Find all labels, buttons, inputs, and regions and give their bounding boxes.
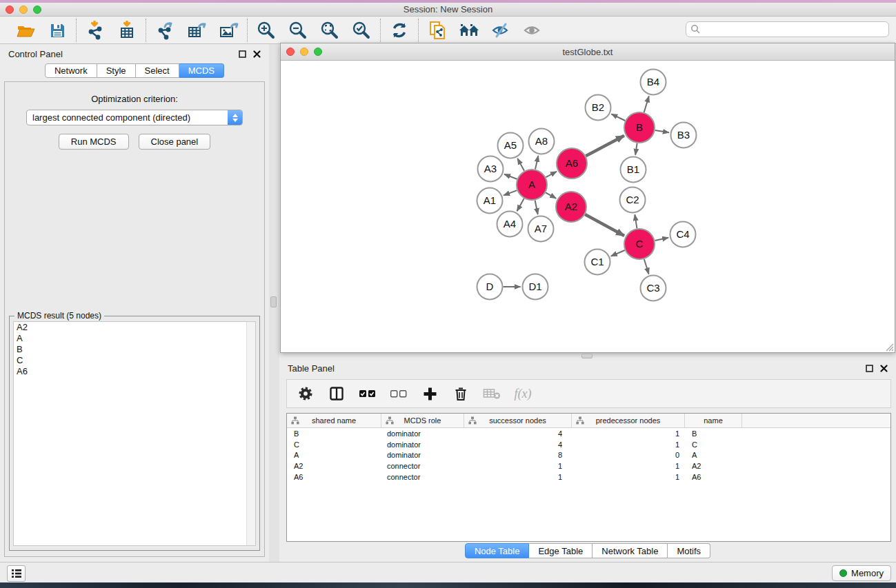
zoom-fit-button[interactable]	[319, 20, 340, 41]
cell-predecessor-nodes[interactable]: 1	[572, 473, 685, 481]
edge-B-B3[interactable]	[655, 130, 669, 132]
node-D[interactable]: D	[477, 274, 503, 300]
edge-B-B2[interactable]	[611, 114, 625, 121]
edge-A-A1[interactable]	[504, 190, 517, 195]
cell-name[interactable]: A	[685, 451, 742, 459]
task-history-button[interactable]	[7, 565, 26, 582]
home-button[interactable]	[459, 20, 479, 41]
node-A2[interactable]: A2	[556, 192, 586, 222]
result-item-a[interactable]: A	[14, 333, 255, 344]
zoom-in-button[interactable]	[256, 20, 277, 41]
edge-C-C1[interactable]	[611, 250, 625, 256]
node-A8[interactable]: A8	[529, 129, 555, 154]
cell-predecessor-nodes[interactable]: 1	[572, 462, 685, 470]
result-scrollbar[interactable]	[246, 322, 255, 545]
result-item-c[interactable]: C	[14, 355, 255, 366]
cell-successor-nodes[interactable]: 8	[464, 451, 572, 459]
export-image-button[interactable]	[218, 20, 239, 41]
cell-name[interactable]: A6	[685, 473, 742, 481]
edge-A-A3[interactable]	[504, 174, 517, 179]
node-D1[interactable]: D1	[523, 274, 548, 300]
import-table-button[interactable]	[117, 20, 137, 41]
cell-shared-name[interactable]: A6	[287, 473, 381, 481]
zoom-out-button[interactable]	[288, 20, 308, 41]
deselect-all-columns-button[interactable]	[390, 385, 408, 403]
cell-mcds-role[interactable]: dominator	[381, 429, 464, 438]
tab-style[interactable]: Style	[97, 63, 136, 78]
delete-table-button[interactable]	[483, 385, 501, 403]
float-panel-icon[interactable]	[866, 365, 873, 372]
tab-network-table[interactable]: Network Table	[593, 543, 668, 558]
node-A1[interactable]: A1	[477, 188, 503, 214]
cell-predecessor-nodes[interactable]: 1	[572, 440, 685, 449]
save-session-button[interactable]	[47, 20, 68, 41]
tab-select[interactable]: Select	[136, 63, 179, 78]
edge-B-B1[interactable]	[635, 143, 637, 155]
edge-A-A5[interactable]	[517, 159, 524, 171]
tab-edge-table[interactable]: Edge Table	[529, 543, 593, 558]
tab-motifs[interactable]: Motifs	[668, 543, 710, 558]
node-A5[interactable]: A5	[498, 133, 524, 159]
node-C1[interactable]: C1	[585, 250, 610, 275]
horizontal-split-handle[interactable]	[581, 354, 593, 358]
node-A4[interactable]: A4	[497, 212, 523, 237]
cell-mcds-role[interactable]: dominator	[381, 451, 464, 459]
node-C2[interactable]: C2	[620, 187, 646, 213]
table-row[interactable]: A6connector11A6	[287, 472, 890, 483]
node-C[interactable]: C	[624, 229, 655, 259]
edge-C-C2[interactable]	[635, 214, 637, 228]
cell-mcds-role[interactable]: connector	[381, 473, 464, 481]
select-all-columns-button[interactable]	[359, 385, 377, 403]
memory-button[interactable]: Memory	[832, 565, 891, 581]
resize-grip-icon[interactable]	[885, 343, 894, 352]
cell-successor-nodes[interactable]: 4	[464, 429, 572, 438]
close-panel-button[interactable]: Close panel	[139, 134, 211, 150]
close-panel-icon[interactable]	[253, 50, 261, 58]
network-canvas[interactable]: AA1A2A3A4A5A6A7A8BB1B2B3B4CC1C2C3C4DD1	[281, 61, 895, 352]
edge-C-C3[interactable]	[644, 259, 649, 274]
edge-A-A6[interactable]	[546, 172, 557, 177]
node-B[interactable]: B	[624, 112, 655, 143]
float-panel-icon[interactable]	[239, 50, 246, 58]
tab-node-table[interactable]: Node Table	[465, 543, 530, 558]
cell-successor-nodes[interactable]: 4	[464, 440, 572, 449]
edge-C-C4[interactable]	[655, 238, 668, 241]
zoom-selected-button[interactable]	[351, 20, 372, 41]
table-row[interactable]: Adominator80A	[287, 449, 890, 460]
result-item-b[interactable]: B	[14, 344, 255, 355]
delete-column-button[interactable]	[452, 385, 470, 403]
node-B4[interactable]: B4	[641, 70, 666, 95]
edge-A2-C[interactable]	[585, 214, 624, 236]
column-header-name[interactable]: name	[685, 414, 742, 427]
cell-predecessor-nodes[interactable]: 1	[572, 429, 685, 438]
show-columns-button[interactable]	[328, 385, 346, 403]
show-graphics-details-button[interactable]	[522, 20, 543, 41]
vertical-split-handle[interactable]	[270, 296, 277, 307]
duplicate-network-button[interactable]	[427, 20, 448, 41]
refresh-button[interactable]	[389, 20, 410, 41]
result-item-a2[interactable]: A2	[14, 322, 255, 333]
node-A6[interactable]: A6	[557, 148, 587, 179]
node-A3[interactable]: A3	[478, 156, 504, 182]
table-row[interactable]: Cdominator41C	[287, 439, 890, 450]
cell-predecessor-nodes[interactable]: 0	[572, 451, 685, 459]
open-session-button[interactable]	[15, 20, 36, 41]
column-header-successor-nodes[interactable]: successor nodes	[464, 414, 572, 427]
table-settings-button[interactable]	[297, 385, 315, 403]
tab-mcds[interactable]: MCDS	[179, 63, 224, 78]
table-row[interactable]: Bdominator41B	[287, 428, 890, 439]
cell-shared-name[interactable]: C	[287, 440, 381, 449]
import-network-button[interactable]	[85, 20, 106, 41]
cell-successor-nodes[interactable]: 1	[464, 473, 572, 481]
search-input[interactable]	[686, 21, 889, 37]
export-network-button[interactable]	[155, 20, 175, 41]
column-header-predecessor-nodes[interactable]: predecessor nodes	[572, 414, 685, 427]
node-C4[interactable]: C4	[670, 222, 696, 247]
run-mcds-button[interactable]: Run MCDS	[59, 134, 129, 150]
close-panel-icon[interactable]	[880, 365, 888, 372]
hide-graphics-details-button[interactable]	[490, 20, 511, 41]
network-graph[interactable]: AA1A2A3A4A5A6A7A8BB1B2B3B4CC1C2C3C4DD1	[281, 61, 895, 351]
edge-B-B4[interactable]	[644, 97, 649, 112]
cell-shared-name[interactable]: A	[287, 451, 381, 459]
cell-shared-name[interactable]: A2	[287, 462, 381, 470]
